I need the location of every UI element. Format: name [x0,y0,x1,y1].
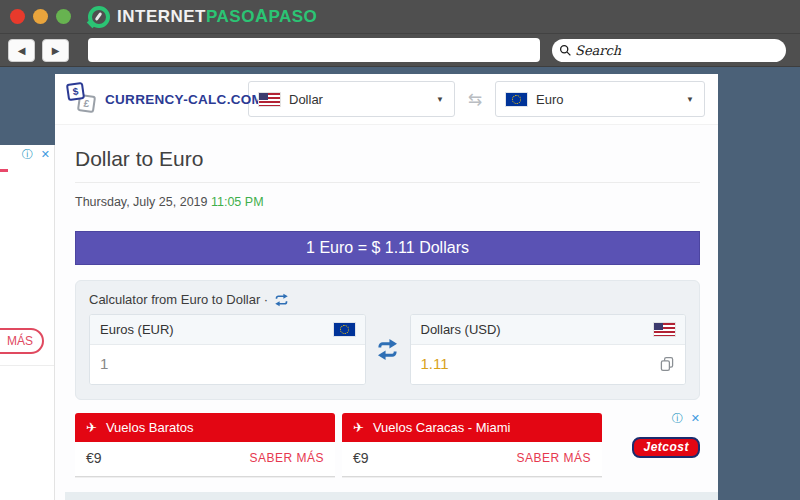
calculator-row: Euros (EUR) 1 Dollars (U [89,314,686,385]
from-currency-value: Dollar [289,92,323,107]
ad-close-icon[interactable]: ✕ [691,412,700,424]
left-ad-graphic [0,169,8,172]
euro-label: Euros (EUR) [100,322,174,337]
logo-word-paso1: PASO [206,7,255,26]
from-currency-select[interactable]: Dollar ▼ [248,81,455,117]
adchoices-info-icon[interactable]: ⓘ [672,412,683,424]
adchoices-info-icon[interactable]: ⓘ [22,148,33,160]
eu-flag-icon [334,323,355,336]
saber-mas-link[interactable]: SABER MÁS [249,451,324,465]
logo-word-internet: INTERNET [117,7,206,26]
forward-button[interactable]: ▶ [42,39,69,62]
chevron-down-icon: ▼ [436,95,444,104]
footer-section [65,492,718,500]
time-text: 11:05 PM [211,195,264,209]
plane-icon: ✈ [353,420,364,435]
site-header: £ $ CURRENCY-CALC.COM Dollar ▼ ⇆ Euro ▼ [55,74,718,125]
ad-price: €9 [86,450,102,466]
page-body: Dollar to Euro Thursday, July 25, 2019 1… [55,147,718,483]
page-viewport: £ $ CURRENCY-CALC.COM Dollar ▼ ⇆ Euro ▼ [0,67,800,500]
ad-header: ✈ Vuelos Baratos [75,413,335,442]
back-icon: ◀ [18,45,26,56]
logo-word-paso2: PASO [268,7,317,26]
browser-window: INTERNETPASOAPASO ◀ ▶ Search £ $ CURRENC… [0,0,800,500]
left-ad: ⓘ ✕ MÁS [0,145,55,500]
euro-input-card: Euros (EUR) 1 [89,314,366,385]
refresh-icon[interactable] [274,293,289,307]
browser-toolbar: ◀ ▶ Search [0,33,800,67]
search-box[interactable]: Search [552,39,786,62]
adchoices: ⓘ ✕ [22,147,50,162]
forward-icon: ▶ [52,45,60,56]
date-text: Thursday, July 25, 2019 [75,195,207,209]
currency-calc-logo[interactable]: £ $ CURRENCY-CALC.COM [65,79,248,119]
brand-name: CURRENCY-CALC.COM [105,92,263,107]
dollar-output-card: Dollars (USD) 1.11 [410,314,687,385]
internetpasoapaso-logo: INTERNETPASOAPASO [117,6,317,27]
calculator-title: Calculator from Euro to Dollar · [89,292,268,307]
swap-currencies-icon[interactable]: ⇆ [455,89,495,110]
ad-price: €9 [353,450,369,466]
dollar-label: Dollars (USD) [421,322,501,337]
us-flag-icon [259,93,280,106]
divider [75,182,700,183]
mas-button[interactable]: MÁS [0,328,44,354]
window-titlebar: INTERNETPASOAPASO [0,0,800,33]
logo-word-a: A [255,6,269,26]
ad-header: ✈ Vuelos Caracas - Miami [342,413,602,442]
ad-close-icon[interactable]: ✕ [41,148,50,160]
euro-amount-input[interactable]: 1 [90,345,365,384]
jetcost-logo[interactable]: Jetcost [632,437,700,458]
dollar-amount-output[interactable]: 1.11 [411,345,686,384]
window-close-button[interactable] [10,9,25,24]
exchange-rate-banner: 1 Euro = $ 1.11 Dollars [75,231,700,265]
dollar-tag-icon: $ [66,82,85,101]
ad-side-column: ⓘ ✕ Jetcost [605,411,700,458]
ad-title: Vuelos Caracas - Miami [373,420,511,435]
dollar-card-header: Dollars (USD) [411,315,686,345]
page-title: Dollar to Euro [75,147,700,171]
internetpasoapaso-logo-icon [88,6,110,28]
to-currency-value: Euro [536,92,563,107]
saber-mas-link[interactable]: SABER MÁS [516,451,591,465]
ad-body: €9 SABER MÁS [342,442,602,477]
currency-calc-page: £ $ CURRENCY-CALC.COM Dollar ▼ ⇆ Euro ▼ [55,74,718,500]
us-flag-icon [654,323,675,336]
euro-amount-value: 1 [100,355,108,372]
calculator-title-row: Calculator from Euro to Dollar · [89,292,686,307]
swap-values-icon [376,339,399,360]
search-placeholder: Search [575,43,621,58]
chevron-down-icon: ▼ [686,95,694,104]
adchoices: ⓘ ✕ [605,411,700,426]
address-bar[interactable] [88,38,540,62]
eu-flag-icon [506,93,527,106]
euro-card-header: Euros (EUR) [90,315,365,345]
ad-card-vuelos-baratos[interactable]: ✈ Vuelos Baratos €9 SABER MÁS [75,413,335,483]
date-row: Thursday, July 25, 2019 11:05 PM [75,195,700,209]
window-minimize-button[interactable] [33,9,48,24]
to-currency-select[interactable]: Euro ▼ [495,81,705,117]
copy-icon[interactable] [659,356,675,372]
ad-card-vuelos-caracas-miami[interactable]: ✈ Vuelos Caracas - Miami €9 SABER MÁS [342,413,602,483]
bottom-ad: ✈ Vuelos Baratos €9 SABER MÁS ✈ Vuelos C… [75,413,700,483]
plane-icon: ✈ [86,420,97,435]
divider [0,365,54,366]
swap-values-button[interactable] [366,314,410,385]
window-zoom-button[interactable] [56,9,71,24]
currency-calculator: Calculator from Euro to Dollar · Euros (… [75,280,700,400]
ad-title: Vuelos Baratos [106,420,194,435]
search-icon [559,44,572,57]
ad-body: €9 SABER MÁS [75,442,335,477]
back-button[interactable]: ◀ [8,39,35,62]
dollar-amount-value: 1.11 [421,355,449,372]
